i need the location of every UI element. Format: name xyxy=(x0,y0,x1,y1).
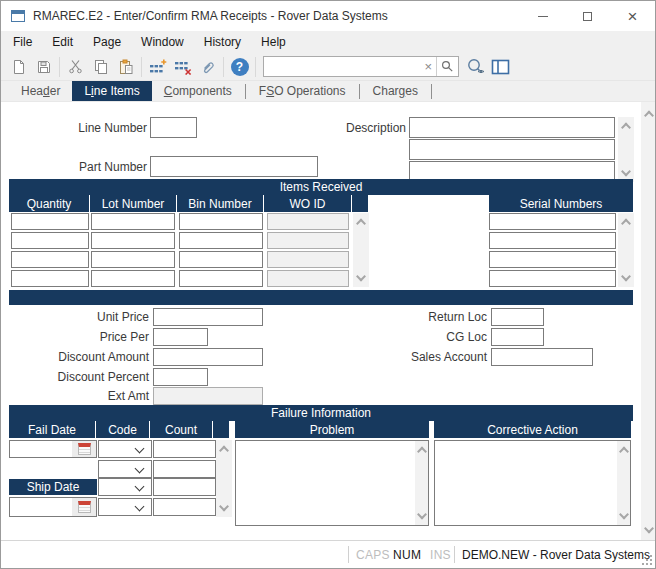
menu-edit[interactable]: Edit xyxy=(42,31,83,53)
description-line-1[interactable] xyxy=(409,117,615,138)
line-number-input[interactable] xyxy=(150,117,197,138)
serial-number-input[interactable] xyxy=(489,270,616,287)
scroll-down-icon[interactable] xyxy=(619,510,629,520)
copy-button[interactable] xyxy=(88,55,113,79)
minimize-button[interactable] xyxy=(520,1,565,31)
fail-date-input[interactable] xyxy=(10,441,72,457)
maximize-button[interactable] xyxy=(565,1,610,31)
attachment-button[interactable] xyxy=(195,55,220,79)
code-select[interactable] xyxy=(98,478,152,496)
column-header-bin-number: Bin Number xyxy=(177,195,264,212)
cg-loc-input[interactable] xyxy=(491,328,544,346)
bin-number-input[interactable] xyxy=(179,232,263,249)
code-select[interactable] xyxy=(98,498,152,516)
save-button[interactable] xyxy=(31,55,56,79)
serial-number-input[interactable] xyxy=(489,251,616,268)
lot-number-input[interactable] xyxy=(91,251,175,268)
count-input[interactable] xyxy=(153,460,216,478)
serial-number-input[interactable] xyxy=(489,232,616,249)
close-button[interactable]: × xyxy=(610,1,655,31)
description-scrollbar[interactable] xyxy=(618,117,634,182)
scroll-down-icon[interactable] xyxy=(621,167,631,177)
problem-scrollbar[interactable] xyxy=(415,441,428,525)
scroll-up-icon[interactable] xyxy=(621,219,631,229)
failure-scrollbar[interactable] xyxy=(216,440,232,517)
paste-button[interactable] xyxy=(113,55,138,79)
menu-help[interactable]: Help xyxy=(251,31,296,53)
corrective-action-field xyxy=(434,440,631,526)
corrective-action-scrollbar[interactable] xyxy=(617,441,630,525)
scroll-down-icon[interactable] xyxy=(219,502,229,512)
ship-date-input[interactable] xyxy=(10,498,72,516)
code-select[interactable] xyxy=(98,460,152,478)
add-row-button[interactable] xyxy=(145,55,170,79)
help-button[interactable]: ? xyxy=(227,55,252,79)
tab-fso-operations[interactable]: FSO Operations xyxy=(247,81,358,101)
menu-window[interactable]: Window xyxy=(131,31,194,53)
scroll-up-icon[interactable] xyxy=(644,111,654,121)
scroll-down-icon[interactable] xyxy=(621,272,631,282)
sales-account-input[interactable] xyxy=(491,348,593,366)
title-bar: RMAREC.E2 - Enter/Confirm RMA Receipts -… xyxy=(1,1,655,31)
corrective-action-textarea[interactable] xyxy=(435,441,617,525)
bin-number-input[interactable] xyxy=(179,213,263,230)
scroll-up-icon[interactable] xyxy=(356,219,366,229)
tab-label-part: Hea xyxy=(21,84,43,98)
quantity-input[interactable] xyxy=(11,270,89,287)
code-select[interactable] xyxy=(98,440,152,458)
tab-charges[interactable]: Charges xyxy=(361,81,430,101)
calendar-button[interactable] xyxy=(72,441,96,457)
tab-components[interactable]: Components xyxy=(152,81,244,101)
new-document-button[interactable] xyxy=(6,55,31,79)
serial-number-input[interactable] xyxy=(489,213,616,230)
lot-number-input[interactable] xyxy=(91,232,175,249)
quantity-input[interactable] xyxy=(11,232,89,249)
app-window-icon[interactable] xyxy=(11,10,25,22)
lot-number-input[interactable] xyxy=(91,270,175,287)
bin-number-input[interactable] xyxy=(179,251,263,268)
page-scrollbar[interactable] xyxy=(641,102,656,542)
search-input[interactable] xyxy=(264,58,420,75)
menu-history[interactable]: History xyxy=(194,31,251,53)
count-input[interactable] xyxy=(153,440,216,458)
resize-grip[interactable] xyxy=(640,553,652,565)
window-controls: × xyxy=(520,1,655,31)
price-per-input[interactable] xyxy=(153,328,208,346)
scroll-up-icon[interactable] xyxy=(417,447,427,457)
unit-price-input[interactable] xyxy=(153,308,263,326)
discount-amount-input[interactable] xyxy=(153,348,263,366)
search-go-button[interactable] xyxy=(436,57,458,76)
tab-line-items[interactable]: Line Items xyxy=(72,81,151,101)
clear-search-icon[interactable]: × xyxy=(420,59,436,74)
calendar-button[interactable] xyxy=(72,498,96,516)
lot-number-input[interactable] xyxy=(91,213,175,230)
discount-percent-input[interactable] xyxy=(153,368,208,386)
tab-header[interactable]: Header xyxy=(9,81,72,101)
return-loc-input[interactable] xyxy=(491,308,544,326)
ext-amt-field xyxy=(153,387,263,405)
split-layout-button[interactable] xyxy=(488,55,513,79)
serial-numbers-scrollbar[interactable] xyxy=(618,213,634,287)
bin-number-input[interactable] xyxy=(179,270,263,287)
find-record-button[interactable] xyxy=(463,55,488,79)
description-line-2[interactable] xyxy=(409,139,615,160)
menu-page[interactable]: Page xyxy=(83,31,131,53)
scroll-up-icon[interactable] xyxy=(619,447,629,457)
count-input[interactable] xyxy=(153,498,216,516)
scroll-down-icon[interactable] xyxy=(644,524,654,534)
window-title: RMAREC.E2 - Enter/Confirm RMA Receipts -… xyxy=(33,9,388,23)
scroll-up-icon[interactable] xyxy=(219,446,229,456)
scroll-down-icon[interactable] xyxy=(417,510,427,520)
quantity-input[interactable] xyxy=(11,251,89,268)
problem-textarea[interactable] xyxy=(236,441,415,525)
quantity-input[interactable] xyxy=(11,213,89,230)
count-input[interactable] xyxy=(153,478,216,496)
items-scrollbar[interactable] xyxy=(353,213,369,287)
cut-button[interactable] xyxy=(63,55,88,79)
menu-file[interactable]: File xyxy=(3,31,42,53)
delete-row-button[interactable] xyxy=(170,55,195,79)
app-window: RMAREC.E2 - Enter/Confirm RMA Receipts -… xyxy=(0,0,656,569)
part-number-input[interactable] xyxy=(150,156,318,177)
scroll-up-icon[interactable] xyxy=(621,123,631,133)
scroll-down-icon[interactable] xyxy=(356,272,366,282)
